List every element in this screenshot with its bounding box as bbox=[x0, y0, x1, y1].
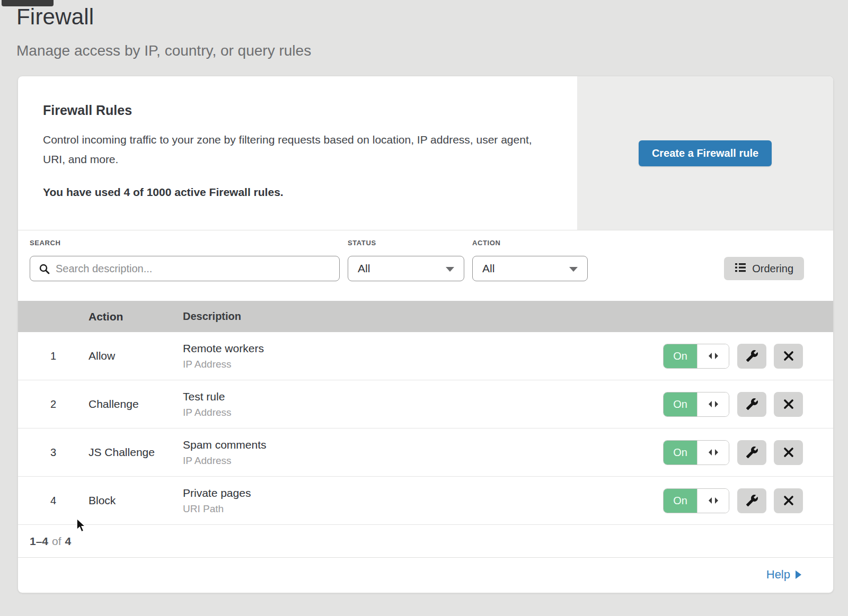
rule-description-cell: Spam comments IP Address bbox=[183, 439, 663, 467]
rule-action: Block bbox=[89, 494, 183, 507]
page-title: Firewall bbox=[16, 4, 311, 30]
search-label: SEARCH bbox=[30, 239, 61, 247]
rule-controls: On bbox=[663, 344, 803, 369]
delete-rule-button[interactable] bbox=[774, 440, 803, 465]
pagination-of: of bbox=[52, 535, 61, 548]
page-subtitle: Manage access by IP, country, or query r… bbox=[16, 42, 311, 59]
panel-footer: Help bbox=[18, 558, 833, 592]
rule-description-cell: Private pages URI Path bbox=[183, 487, 663, 515]
status-select[interactable]: All bbox=[348, 256, 464, 281]
card-description: Control incoming traffic to your zone by… bbox=[43, 130, 545, 169]
usage-note: You have used 4 of 1000 active Firewall … bbox=[43, 186, 545, 199]
close-icon bbox=[783, 398, 794, 410]
ordered-list-icon bbox=[735, 262, 746, 275]
search-field-wrap bbox=[30, 256, 340, 281]
description-column-header: Description bbox=[183, 310, 833, 323]
delete-rule-button[interactable] bbox=[774, 344, 803, 369]
delete-rule-button[interactable] bbox=[774, 392, 803, 417]
rule-action: Allow bbox=[89, 350, 183, 362]
search-icon bbox=[39, 263, 50, 277]
toggle-on-segment[interactable]: On bbox=[664, 441, 697, 465]
status-label: STATUS bbox=[348, 239, 376, 247]
create-firewall-rule-button[interactable]: Create a Firewall rule bbox=[639, 140, 772, 166]
filter-bar: SEARCH STATUS All ACTION All Ordering bbox=[18, 230, 833, 301]
help-link[interactable]: Help bbox=[766, 568, 801, 582]
wrench-icon bbox=[746, 398, 758, 410]
status-selected-value: All bbox=[358, 262, 370, 275]
table-row: 1 Allow Remote workers IP Address On bbox=[18, 332, 833, 380]
table-header: Action Description bbox=[18, 301, 833, 332]
left-right-arrows-icon[interactable] bbox=[697, 489, 729, 513]
table-row: 4 Block Private pages URI Path On bbox=[18, 477, 833, 525]
help-link-label: Help bbox=[766, 568, 790, 582]
search-input[interactable] bbox=[30, 256, 339, 281]
firewall-rules-card: Firewall Rules Control incoming traffic … bbox=[18, 76, 833, 230]
table-row: 3 JS Challenge Spam comments IP Address … bbox=[18, 428, 833, 477]
ordering-button[interactable]: Ordering bbox=[724, 257, 804, 280]
toggle-on-segment[interactable]: On bbox=[664, 489, 697, 513]
card-heading: Firewall Rules bbox=[43, 103, 545, 118]
rule-priority: 3 bbox=[18, 447, 89, 459]
delete-rule-button[interactable] bbox=[774, 488, 803, 513]
create-rule-area: Create a Firewall rule bbox=[577, 76, 833, 230]
pagination-range: 1–4 bbox=[30, 535, 48, 548]
close-icon bbox=[783, 495, 794, 506]
rule-description: Test rule bbox=[183, 390, 663, 403]
rule-enabled-toggle[interactable]: On bbox=[663, 344, 729, 369]
chevron-right-icon bbox=[796, 570, 801, 579]
left-right-arrows-icon[interactable] bbox=[697, 392, 729, 416]
rule-field-type: IP Address bbox=[183, 407, 663, 418]
toggle-on-segment[interactable]: On bbox=[664, 344, 697, 368]
wrench-icon bbox=[746, 446, 758, 459]
left-right-arrows-icon[interactable] bbox=[697, 441, 729, 465]
action-label: ACTION bbox=[472, 239, 500, 247]
edit-rule-button[interactable] bbox=[737, 392, 766, 417]
rule-description-cell: Test rule IP Address bbox=[183, 390, 663, 418]
rule-description: Private pages bbox=[183, 487, 663, 499]
rule-priority: 1 bbox=[18, 350, 89, 362]
rule-priority: 4 bbox=[18, 495, 89, 507]
rule-enabled-toggle[interactable]: On bbox=[663, 488, 729, 513]
rule-field-type: IP Address bbox=[183, 359, 663, 370]
page-header: Firewall Manage access by IP, country, o… bbox=[16, 4, 311, 59]
toggle-on-segment[interactable]: On bbox=[664, 392, 697, 416]
rule-description: Spam comments bbox=[183, 439, 663, 451]
wrench-icon bbox=[746, 494, 758, 507]
edit-rule-button[interactable] bbox=[737, 440, 766, 465]
rule-action: JS Challenge bbox=[89, 446, 183, 459]
action-select[interactable]: All bbox=[472, 256, 588, 281]
edit-rule-button[interactable] bbox=[737, 488, 766, 513]
table-row: 2 Challenge Test rule IP Address On bbox=[18, 380, 833, 428]
rule-controls: On bbox=[663, 440, 803, 465]
chevron-down-icon bbox=[569, 267, 578, 272]
close-icon bbox=[783, 350, 794, 362]
rule-description-cell: Remote workers IP Address bbox=[183, 342, 663, 370]
left-right-arrows-icon[interactable] bbox=[697, 344, 729, 368]
rule-field-type: IP Address bbox=[183, 455, 663, 467]
action-column-header: Action bbox=[89, 310, 183, 323]
pagination-total: 4 bbox=[65, 535, 72, 548]
rule-enabled-toggle[interactable]: On bbox=[663, 440, 729, 465]
rule-enabled-toggle[interactable]: On bbox=[663, 392, 729, 417]
pagination-summary: 1–4 of 4 bbox=[18, 525, 833, 558]
close-icon bbox=[783, 447, 794, 458]
rule-description: Remote workers bbox=[183, 342, 663, 355]
firewall-rules-panel: Firewall Rules Control incoming traffic … bbox=[17, 76, 834, 593]
rule-controls: On bbox=[663, 392, 803, 417]
action-selected-value: All bbox=[482, 262, 494, 275]
wrench-icon bbox=[746, 350, 758, 362]
chevron-down-icon bbox=[446, 267, 454, 272]
rule-action: Challenge bbox=[89, 398, 183, 410]
card-text-area: Firewall Rules Control incoming traffic … bbox=[18, 76, 577, 230]
edit-rule-button[interactable] bbox=[737, 344, 766, 369]
rule-controls: On bbox=[663, 488, 803, 513]
ordering-button-label: Ordering bbox=[752, 263, 793, 275]
rule-field-type: URI Path bbox=[183, 503, 663, 515]
rule-priority: 2 bbox=[18, 398, 89, 410]
